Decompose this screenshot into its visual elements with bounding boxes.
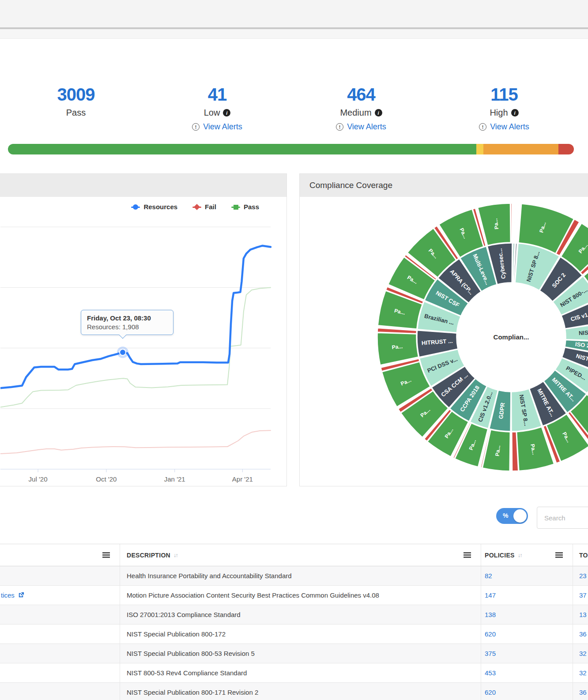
top-band (0, 0, 588, 27)
column-header-name (0, 544, 120, 566)
table-row: ticesMotion Picture Association Content … (0, 586, 588, 605)
view-alerts-link[interactable]: !View Alerts (308, 122, 414, 132)
stat-label-row: Pass (23, 108, 129, 118)
policies-cell: 620 (481, 625, 573, 644)
sort-icon[interactable]: ↓↑ (173, 552, 177, 558)
column-header-label: TO (579, 552, 588, 559)
total-count-link[interactable]: 32 (579, 650, 587, 657)
chart-tooltip: Friday, Oct 23, 08:30 Resources: 1,908 (81, 310, 173, 335)
name-cell (0, 644, 120, 663)
policies-count-link[interactable]: 620 (485, 689, 496, 696)
policies-count-link[interactable]: 82 (485, 572, 492, 580)
policies-cell: 147 (481, 586, 573, 605)
trend-panel: ResourcesFailPass Jul '20Oct '20Jan '21A… (0, 173, 287, 486)
table-header-row: DESCRIPTION↓↑POLICIES↓↑TO (0, 544, 588, 566)
description-cell: Motion Picture Association Content Secur… (120, 586, 481, 605)
description-cell: NIST Special Publication 800-171 Revisio… (120, 683, 481, 700)
top-subband (0, 29, 588, 39)
policies-cell: 138 (481, 605, 573, 624)
total-cell: 36 (573, 683, 588, 700)
total-count-link[interactable]: 23 (579, 572, 587, 580)
policies-cell: 453 (481, 663, 573, 682)
column-header-label[interactable]: DESCRIPTION (127, 552, 170, 559)
stat-value: 115 (451, 85, 557, 104)
policies-cell: 82 (481, 566, 573, 585)
column-header-to: TO (573, 544, 588, 566)
stat-value: 3009 (23, 85, 129, 104)
sunburst-fail-arc[interactable] (511, 203, 512, 242)
description-cell: Health Insurance Portability and Account… (120, 566, 481, 585)
view-alerts-link[interactable]: !View Alerts (164, 122, 270, 132)
percentage-toggle[interactable]: % (496, 508, 528, 524)
table-row: Health Insurance Portability and Account… (0, 566, 588, 586)
description-cell: NIST Special Publication 800-53 Revision… (120, 644, 481, 663)
coverage-panel-header: Compliance Coverage (300, 174, 588, 197)
sunburst-label: NIST (579, 329, 588, 337)
stat-label: High (490, 108, 508, 118)
percentage-toggle-label: % (503, 512, 508, 519)
info-icon[interactable]: i (375, 109, 382, 117)
stat-high: 115Highi!View Alerts (451, 85, 557, 132)
stat-value: 41 (164, 85, 270, 104)
description-cell: NIST Special Publication 800-172 (120, 625, 481, 644)
stat-medium: 464Mediumi!View Alerts (308, 85, 414, 132)
table-row: NIST Special Publication 800-171 Revisio… (0, 683, 588, 700)
column-menu-icon[interactable] (102, 552, 110, 553)
total-count-link[interactable]: 36 (579, 630, 587, 638)
standard-name-link[interactable]: tices (1, 591, 24, 599)
info-icon[interactable]: i (511, 109, 519, 117)
search-input[interactable] (537, 507, 588, 529)
total-cell: 13 (573, 605, 588, 624)
description-cell: NIST 800-53 Rev4 Compliance Standard (120, 663, 481, 682)
view-alerts-label: View Alerts (490, 122, 529, 132)
x-tick-label: Apr '21 (232, 475, 253, 483)
stat-pass: 3009Pass (23, 85, 129, 118)
external-link-icon (18, 592, 24, 598)
trend-panel-header (0, 174, 286, 197)
stat-label-row: Mediumi (308, 108, 414, 118)
policies-count-link[interactable]: 375 (485, 650, 496, 657)
series-line-fail (0, 430, 271, 454)
column-menu-icon[interactable] (555, 552, 563, 553)
policies-count-link[interactable]: 147 (485, 591, 496, 599)
x-tick-label: Oct '20 (96, 475, 117, 483)
total-count-link[interactable]: 37 (579, 591, 587, 599)
severity-segment-high (558, 144, 574, 154)
view-alerts-link[interactable]: !View Alerts (451, 122, 557, 132)
alert-circle-icon: ! (192, 123, 200, 131)
policies-count-link[interactable]: 138 (485, 611, 496, 618)
total-count-link[interactable]: 13 (579, 611, 587, 618)
total-count-link[interactable]: 32 (579, 669, 587, 677)
stat-value: 464 (308, 85, 414, 104)
compliance-coverage-sunburst: Cybersec...Pa...NIST SP 8...Pa...SOC 2Pa… (300, 197, 588, 487)
sunburst-fail-arc[interactable] (377, 328, 416, 333)
view-alerts-label: View Alerts (203, 122, 242, 132)
x-tick-label: Jan '21 (164, 475, 185, 483)
total-cell: 32 (573, 663, 588, 682)
column-header-label[interactable]: POLICIES (485, 552, 515, 559)
sunburst-fail-arc[interactable] (516, 203, 519, 242)
policies-count-link[interactable]: 453 (485, 669, 496, 677)
stat-label-row: Highi (451, 108, 557, 118)
sunburst-fail-arc[interactable] (514, 203, 516, 242)
severity-segment-medium (483, 144, 559, 154)
info-icon[interactable]: i (223, 109, 230, 117)
total-cell: 36 (573, 625, 588, 644)
severity-segment-pass (8, 144, 476, 154)
stat-label: Medium (340, 108, 371, 118)
hover-point-marker[interactable] (120, 349, 126, 355)
total-cell: 32 (573, 644, 588, 663)
name-cell (0, 605, 120, 624)
severity-segment-low (476, 144, 483, 154)
tooltip-title: Friday, Oct 23, 08:30 (87, 314, 167, 322)
column-menu-icon[interactable] (464, 552, 471, 553)
sunburst-label: Pa... (392, 343, 403, 350)
alert-circle-icon: ! (336, 123, 343, 131)
stat-low: 41Lowi!View Alerts (164, 85, 270, 132)
alert-circle-icon: ! (479, 123, 486, 131)
table-row: NIST Special Publication 800-53 Revision… (0, 644, 588, 663)
trend-chart: Jul '20Oct '20Jan '21Apr '21 (0, 197, 287, 487)
total-count-link[interactable]: 36 (579, 689, 587, 696)
sort-icon[interactable]: ↓↑ (518, 552, 522, 558)
policies-count-link[interactable]: 620 (485, 630, 496, 638)
